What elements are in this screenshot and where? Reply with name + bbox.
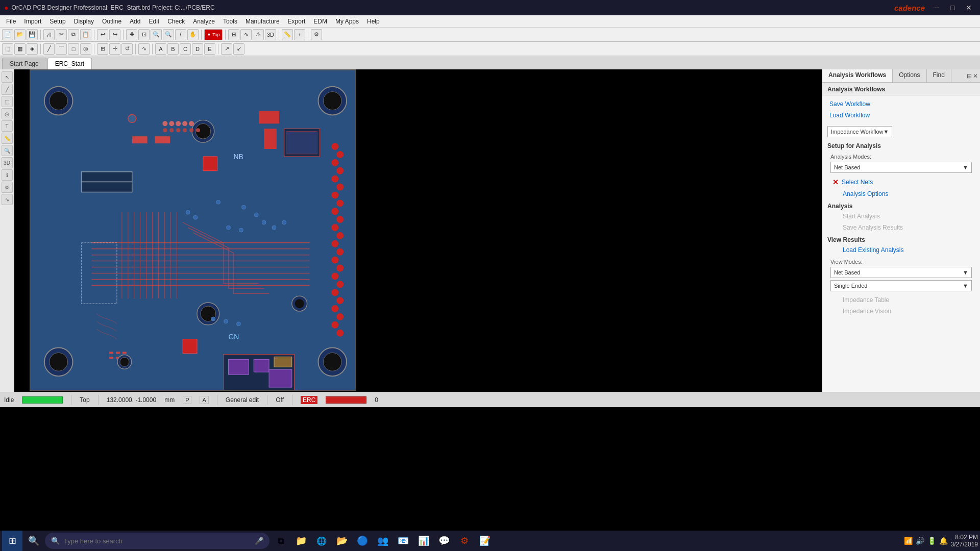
menu-display[interactable]: Display — [70, 17, 98, 26]
tb-grid[interactable]: ⊞ — [228, 29, 239, 40]
taskbar-app1[interactable]: ⚙ — [455, 532, 474, 550]
status-p[interactable]: P — [183, 396, 191, 404]
tab-start-page[interactable]: Start Page — [2, 58, 46, 69]
tb-3d[interactable]: 3D — [265, 29, 276, 40]
tb2-rect[interactable]: □ — [68, 43, 79, 55]
sidebar-zoom[interactable]: 🔍 — [2, 145, 13, 156]
sidebar-3d[interactable]: 3D — [2, 157, 13, 168]
analysis-options-item[interactable]: Analysis Options — [822, 188, 980, 199]
status-a[interactable]: A — [200, 396, 208, 404]
tb2-export[interactable]: ↗ — [221, 43, 232, 55]
menu-file[interactable]: File — [2, 17, 20, 26]
tb2-e[interactable]: E — [204, 43, 215, 55]
menu-outline[interactable]: Outline — [98, 17, 126, 26]
menu-edm[interactable]: EDM — [309, 17, 331, 26]
tb-layer[interactable]: ▼ Top — [204, 29, 223, 40]
tab-erc-start[interactable]: ERC_Start — [47, 58, 92, 69]
view-modes-dropdown1[interactable]: Net Based ▼ — [830, 267, 972, 278]
tb2-move[interactable]: ✛ — [109, 43, 120, 55]
tb2-3[interactable]: ◈ — [27, 43, 38, 55]
menu-check[interactable]: Check — [163, 17, 189, 26]
tb-zoom-prev[interactable]: ⟨ — [175, 29, 186, 40]
impedance-workflow-dropdown[interactable]: Impedance Workflow ▼ — [827, 126, 892, 137]
sidebar-route[interactable]: ╱ — [2, 84, 13, 95]
sidebar-via[interactable]: ◎ — [2, 108, 13, 119]
sidebar-net[interactable]: ∿ — [2, 194, 13, 205]
start-button[interactable]: ⊞ — [2, 531, 22, 551]
tb2-d[interactable]: D — [192, 43, 203, 55]
select-nets-item[interactable]: ✕ Select Nets — [822, 176, 980, 188]
taskbar-word[interactable]: 📝 — [476, 532, 494, 550]
menu-add[interactable]: Add — [126, 17, 144, 26]
sidebar-select[interactable]: ↖ — [2, 71, 13, 83]
tb2-sim[interactable]: ∿ — [138, 43, 150, 55]
tb-cut[interactable]: ✂ — [56, 29, 67, 40]
sidebar-shape[interactable]: ⬚ — [2, 96, 13, 107]
tb-measure[interactable]: 📏 — [282, 29, 293, 40]
tb2-1[interactable]: ⬚ — [2, 43, 13, 55]
menu-analyze[interactable]: Analyze — [189, 17, 219, 26]
tb2-rotate[interactable]: ↺ — [121, 43, 133, 55]
tb-copy[interactable]: ⧉ — [68, 29, 79, 40]
analysis-modes-dropdown[interactable]: Net Based ▼ — [830, 162, 972, 173]
tb-zoom-out[interactable]: 🔍 — [163, 29, 174, 40]
tb2-c[interactable]: C — [180, 43, 191, 55]
taskbar-msteams[interactable]: 💬 — [435, 532, 453, 550]
sidebar-properties[interactable]: ⚙ — [2, 182, 13, 193]
pcb-canvas[interactable]: NB — [14, 69, 822, 392]
maximize-button[interactable]: □ — [945, 1, 960, 15]
sidebar-measure[interactable]: 📏 — [2, 133, 13, 144]
minimize-button[interactable]: ─ — [929, 1, 943, 15]
panel-undock-icon[interactable]: ⊟ — [967, 72, 972, 80]
load-existing-analysis-item[interactable]: Load Existing Analysis — [822, 244, 980, 256]
taskbar-edge[interactable]: 🌐 — [312, 532, 331, 550]
tb2-2[interactable]: ▦ — [14, 43, 26, 55]
taskbar-chrome[interactable]: 🔵 — [353, 532, 372, 550]
load-workflow-link[interactable]: Load Workflow — [827, 111, 975, 120]
sidebar-text[interactable]: T — [2, 120, 13, 132]
tb-snap[interactable]: ✚ — [126, 29, 137, 40]
menu-tools[interactable]: Tools — [219, 17, 241, 26]
tb-zoom-in[interactable]: 🔍 — [151, 29, 162, 40]
tb2-comp[interactable]: ⊞ — [97, 43, 108, 55]
panel-close-icon[interactable]: ✕ — [973, 72, 978, 80]
taskbar-mic-icon[interactable]: 🎤 — [255, 537, 263, 545]
view-modes-dropdown2[interactable]: Single Ended ▼ — [830, 280, 972, 291]
menu-import[interactable]: Import — [20, 17, 45, 26]
taskbar-files2[interactable]: 📂 — [333, 532, 351, 550]
tb-print[interactable]: 🖨 — [43, 29, 55, 40]
tb-undo[interactable]: ↩ — [97, 29, 108, 40]
tb-drc[interactable]: ⚠ — [253, 29, 264, 40]
menu-export[interactable]: Export — [284, 17, 310, 26]
tb-paste[interactable]: 📋 — [80, 29, 91, 40]
tb-new[interactable]: 📄 — [2, 29, 13, 40]
tb-settings[interactable]: ⚙ — [311, 29, 322, 40]
menu-edit[interactable]: Edit — [144, 17, 163, 26]
tb-zoom-fit[interactable]: ⊡ — [138, 29, 150, 40]
menu-myapps[interactable]: My Apps — [331, 17, 363, 26]
tb2-import[interactable]: ↙ — [233, 43, 244, 55]
taskbar-file-explorer[interactable]: 📁 — [292, 532, 310, 550]
taskbar-task-view[interactable]: ⧉ — [272, 532, 290, 550]
menu-manufacture[interactable]: Manufacture — [241, 17, 284, 26]
sidebar-info[interactable]: ℹ — [2, 169, 13, 181]
save-workflow-link[interactable]: Save Workflow — [827, 99, 975, 109]
tb2-b[interactable]: B — [167, 43, 179, 55]
tb-add-net[interactable]: + — [294, 29, 305, 40]
tb2-line[interactable]: ╱ — [43, 43, 55, 55]
taskbar-teams[interactable]: 👥 — [374, 532, 392, 550]
tb-pan[interactable]: ✋ — [187, 29, 199, 40]
menu-help[interactable]: Help — [363, 17, 384, 26]
taskbar-excel[interactable]: 📊 — [414, 532, 433, 550]
tb2-via[interactable]: ◎ — [80, 43, 91, 55]
menu-setup[interactable]: Setup — [45, 17, 69, 26]
tb-ratsnest[interactable]: ∿ — [240, 29, 252, 40]
tb-save[interactable]: 💾 — [27, 29, 38, 40]
tb-redo[interactable]: ↪ — [109, 29, 120, 40]
tb-open[interactable]: 📂 — [14, 29, 26, 40]
panel-tab-options[interactable]: Options — [893, 69, 926, 82]
tb2-arc[interactable]: ⌒ — [56, 43, 67, 55]
close-button[interactable]: ✕ — [962, 1, 976, 15]
taskbar-notifications-icon[interactable]: 🔔 — [939, 537, 948, 545]
tb2-a[interactable]: A — [155, 43, 166, 55]
